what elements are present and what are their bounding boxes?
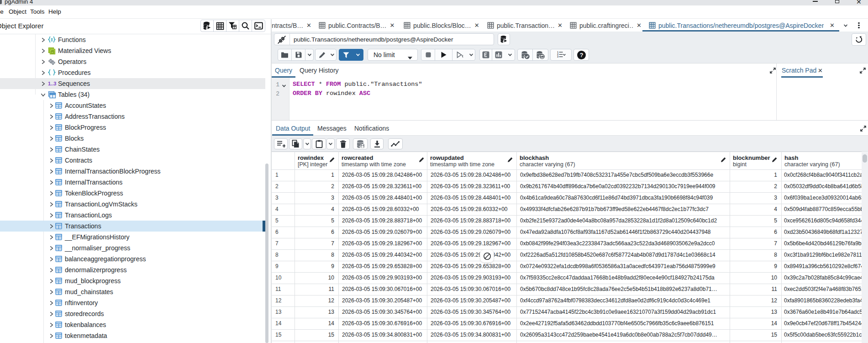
svg-text:?: ? bbox=[579, 52, 583, 58]
svg-text:3: 3 bbox=[557, 55, 558, 58]
